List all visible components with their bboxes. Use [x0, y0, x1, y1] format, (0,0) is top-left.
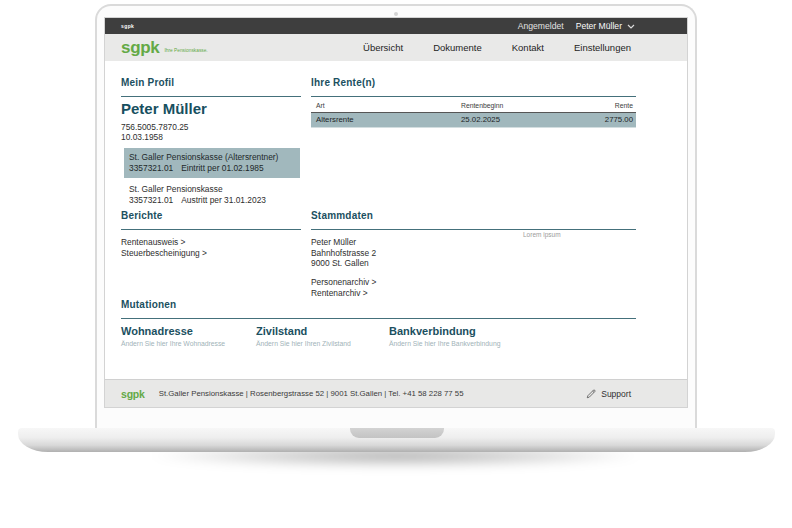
main-content: Mein Profil Peter Müller 756.5005.7870.2…	[105, 61, 687, 381]
address-block: Peter Müller Bahnhofstrasse 2 9000 St. G…	[311, 237, 636, 269]
section-ihre-renten: Ihre Rente(n) Art Rentenbeginn Rente Alt…	[311, 78, 636, 128]
profile-birth-date: 10.03.1958	[121, 132, 301, 142]
nav-item-kontakt[interactable]: Kontakt	[512, 42, 544, 53]
main-navigation: sgpk Ihre Pensionskasse. Übersicht Dokum…	[105, 34, 687, 61]
mutation-cards: Wohnadresse Ändern Sie hier Ihre Wohnadr…	[121, 325, 636, 347]
mutation-link-wohnadresse[interactable]: Ändern Sie hier Ihre Wohnadresse	[121, 340, 256, 347]
mutation-link-zivilstand[interactable]: Ändern Sie hier Ihren Zivilstand	[256, 340, 389, 347]
link-rentenausweis[interactable]: Rentenausweis >	[121, 237, 301, 248]
profile-name: Peter Müller	[121, 101, 301, 117]
col-header-rentenbeginn: Rentenbeginn	[461, 102, 566, 109]
section-mein-profil: Mein Profil Peter Müller 756.5005.7870.2…	[121, 78, 301, 205]
membership-detail: 3357321.01Austritt per 31.01.2023	[129, 195, 301, 206]
user-name: Peter Müller	[576, 21, 622, 31]
footer-logo: sgpk	[121, 388, 145, 400]
mutation-link-bankverbindung[interactable]: Ändern Sie hier Ihre Bankverbindung	[389, 340, 636, 347]
profile-ahv-number: 756.5005.7870.25	[121, 122, 301, 132]
report-links: Rentenausweis > Steuerbescheinigung >	[121, 237, 301, 259]
support-link[interactable]: Support	[586, 389, 631, 399]
mutation-title: Zivilstand	[256, 325, 389, 337]
section-stammdaten: Stammdaten Lorem ipsum Peter Müller Bahn…	[311, 211, 636, 299]
chevron-down-icon	[627, 24, 635, 29]
membership-entry-active[interactable]: St. Galler Pensionskasse (Altersrentner)…	[124, 148, 300, 178]
app-footer: sgpk St.Galler Pensionskasse | Rosenberg…	[105, 379, 687, 407]
brand-tagline: Ihre Pensionskasse.	[164, 48, 207, 53]
pension-table: Art Rentenbeginn Rente Altersrente 25.02…	[311, 100, 636, 128]
brand-logo[interactable]: sgpk Ihre Pensionskasse.	[121, 40, 208, 55]
nav-items: Übersicht Dokumente Kontakt Einstellunge…	[363, 42, 631, 53]
support-label: Support	[601, 389, 631, 399]
section-title-mutationen: Mutationen	[121, 300, 636, 319]
cell-rentenbeginn: 25.02.2025	[461, 115, 566, 124]
cell-rente: 2775.00	[566, 115, 636, 124]
profile-ids: 756.5005.7870.25 10.03.1958	[121, 122, 301, 142]
membership-entry-former[interactable]: St. Galler Pensionskasse 3357321.01Austr…	[121, 184, 301, 205]
membership-name: St. Galler Pensionskasse (Altersrentner)	[129, 152, 295, 163]
membership-number: 3357321.01	[129, 195, 173, 205]
archive-links: Personenarchiv > Rentenarchiv >	[311, 277, 636, 299]
membership-status: Austritt per 31.01.2023	[181, 195, 266, 205]
pension-table-header: Art Rentenbeginn Rente	[311, 100, 636, 113]
pension-table-row: Altersrente 25.02.2025 2775.00	[311, 113, 636, 128]
topbar-logo: sgpk	[121, 23, 134, 29]
mutation-title: Bankverbindung	[389, 325, 636, 337]
col-header-art: Art	[311, 102, 461, 109]
section-title-stammdaten: Stammdaten	[311, 211, 636, 230]
app-window: sgpk Angemeldet Peter Müller sgpk Ihre P…	[104, 17, 688, 408]
laptop-base-notch	[350, 428, 444, 438]
link-personenarchiv[interactable]: Personenarchiv >	[311, 277, 636, 288]
mutation-card-zivilstand[interactable]: Zivilstand Ändern Sie hier Ihren Zivilst…	[256, 325, 389, 347]
membership-status: Eintritt per 01.02.1985	[181, 163, 263, 173]
mutation-title: Wohnadresse	[121, 325, 256, 337]
mutation-card-bankverbindung[interactable]: Bankverbindung Ändern Sie hier Ihre Bank…	[389, 325, 636, 347]
nav-item-dokumente[interactable]: Dokumente	[433, 42, 482, 53]
stammdaten-note: Lorem ipsum	[523, 231, 561, 238]
address-line-city: 9000 St. Gallen	[311, 258, 636, 269]
user-menu[interactable]: Angemeldet Peter Müller	[518, 21, 635, 31]
section-title-mein-profil: Mein Profil	[121, 78, 301, 97]
topbar: sgpk Angemeldet Peter Müller	[105, 18, 687, 34]
link-steuerbescheinigung[interactable]: Steuerbescheinigung >	[121, 248, 301, 259]
logged-in-label: Angemeldet	[518, 21, 564, 31]
cell-art: Altersrente	[311, 115, 461, 124]
address-line-name: Peter Müller	[311, 237, 636, 248]
link-rentenarchiv[interactable]: Rentenarchiv >	[311, 288, 636, 299]
section-berichte: Berichte Rentenausweis > Steuerbescheini…	[121, 211, 301, 259]
laptop-base	[18, 428, 775, 452]
section-mutationen: Mutationen Wohnadresse Ändern Sie hier I…	[121, 300, 636, 347]
footer-address: St.Galler Pensionskasse | Rosenbergstras…	[159, 389, 464, 398]
membership-detail: 3357321.01Eintritt per 01.02.1985	[129, 163, 295, 174]
brand-wordmark: sgpk	[121, 40, 159, 55]
laptop-camera-dot	[394, 12, 398, 16]
laptop-bezel: sgpk Angemeldet Peter Müller sgpk Ihre P…	[95, 4, 697, 430]
address-line-street: Bahnhofstrasse 2	[311, 248, 636, 259]
col-header-rente: Rente	[566, 102, 636, 109]
membership-number: 3357321.01	[129, 163, 173, 173]
membership-name: St. Galler Pensionskasse	[129, 184, 301, 195]
nav-item-einstellungen[interactable]: Einstellungen	[574, 42, 631, 53]
pencil-icon	[586, 389, 596, 399]
nav-item-uebersicht[interactable]: Übersicht	[363, 42, 403, 53]
laptop-mockup: sgpk Angemeldet Peter Müller sgpk Ihre P…	[0, 0, 792, 528]
section-title-berichte: Berichte	[121, 211, 301, 230]
mutation-card-wohnadresse[interactable]: Wohnadresse Ändern Sie hier Ihre Wohnadr…	[121, 325, 256, 347]
section-title-ihre-renten: Ihre Rente(n)	[311, 78, 636, 97]
